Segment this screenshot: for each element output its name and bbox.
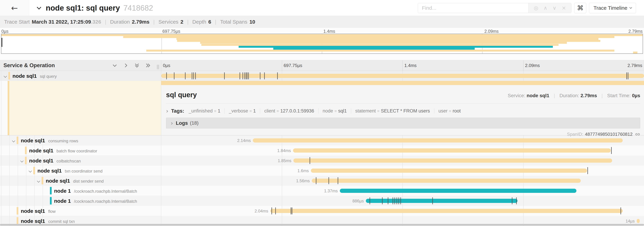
trace-timeline-page: ← node sql1: sql query 7418682 ◎ ∧ ∨ × ⌘…	[0, 0, 644, 226]
indent-guide	[1, 206, 2, 216]
chevron-right-icon: ›	[171, 120, 173, 126]
prev-result-icon[interactable]: ∧	[544, 6, 547, 11]
expand-collapse-chevron-icon[interactable]	[12, 139, 15, 142]
span-row[interactable]: node 1/cockroach.roachpb.Internal/Batch8…	[0, 196, 644, 206]
selected-span-bar[interactable]	[161, 81, 644, 85]
indent-guide	[26, 166, 26, 175]
indent-guide	[1, 196, 2, 206]
service-name: node sql1commit sql txn	[21, 218, 75, 224]
tags-section-toggle[interactable]: › Tags: _unfinished=1_verbose=1client=12…	[166, 108, 640, 114]
span-name-cell[interactable]: node sql1sql query	[0, 71, 161, 81]
log-marker-tick	[247, 72, 247, 79]
indent-guide	[26, 186, 26, 196]
tag-chip: user=root	[434, 108, 461, 114]
service-name: node sql1batch flow coordinator	[29, 148, 97, 154]
span-duration-bar[interactable]	[312, 179, 581, 183]
span-duration-bar[interactable]	[366, 199, 518, 203]
log-marker-tick	[338, 177, 338, 184]
span-name-cell[interactable]: node 1/cockroach.roachpb.Internal/Batch	[0, 186, 161, 196]
span-duration-bar[interactable]	[253, 138, 623, 142]
span-row[interactable]: node 1/cockroach.roachpb.Internal/Batch1…	[0, 186, 644, 196]
span-detail-title: sql query	[166, 91, 197, 99]
chevron-down-icon	[630, 6, 632, 9]
collapse-one-icon[interactable]	[112, 63, 118, 68]
span-bar-cell: 886µs	[161, 196, 644, 206]
span-row[interactable]: node sql1txn coordinator send1.6ms	[0, 166, 644, 176]
minimap-tick-label: 1.4ms	[324, 29, 335, 34]
span-name-cell[interactable]: node 1/cockroach.roachpb.Internal/Batch	[0, 196, 161, 206]
tag-value: root	[453, 108, 461, 114]
span-name-cell[interactable]: node sql1batch flow coordinator	[0, 145, 161, 155]
expand-collapse-chevron-icon[interactable]	[4, 75, 7, 78]
service-name: node sql1dist sender send	[46, 178, 104, 184]
span-duration-bar[interactable]	[270, 209, 623, 213]
span-row[interactable]: node sql1colbatchscan1.85ms	[0, 155, 644, 166]
span-duration-bar[interactable]	[293, 148, 611, 153]
span-duration-bar[interactable]	[340, 189, 576, 193]
collapse-all-icon[interactable]	[134, 63, 140, 68]
logs-section-toggle[interactable]: › Logs (18)	[166, 118, 640, 128]
span-duration-label: 1.84ms	[277, 149, 291, 153]
span-name-cell[interactable]: node sql1consuming rows	[0, 135, 161, 145]
service-label: Service:	[508, 93, 525, 98]
service-color-bar	[50, 197, 52, 204]
service-name: node sql1sql query	[12, 73, 57, 79]
span-row[interactable]: node sql1sql query	[0, 71, 644, 81]
find-input[interactable]	[418, 3, 528, 13]
span-row[interactable]: node sql1consuming rows2.14ms	[0, 135, 644, 145]
target-icon[interactable]: ◎	[534, 6, 538, 11]
indent-guide	[1, 155, 2, 165]
span-bar-cell: 1.6ms	[161, 166, 644, 176]
column-resize-grip[interactable]	[156, 65, 159, 69]
back-button[interactable]: ←	[0, 0, 29, 16]
trace-stats-bar: Trace StartMarch 31 2022, 17:25:09.326|D…	[0, 16, 644, 28]
indent-guide	[9, 196, 10, 206]
span-name-cell[interactable]: node sql1flow	[0, 206, 161, 216]
span-name-cell[interactable]: node sql1colbatchscan	[0, 155, 161, 166]
log-marker-tick	[400, 197, 401, 204]
clear-search-icon[interactable]: ×	[562, 6, 566, 11]
start-time-label: Start Time:	[607, 93, 631, 98]
span-row[interactable]: node sql1batch flow coordinator1.84ms	[0, 145, 644, 155]
view-selector-dropdown[interactable]: Trace Timeline	[589, 3, 636, 13]
tag-chip: client=127.0.0.1:59936	[260, 108, 314, 114]
log-marker-tick	[620, 207, 621, 214]
span-duration-bar[interactable]	[161, 74, 644, 78]
horizontal-scrollbar[interactable]	[0, 224, 644, 226]
log-marker-tick	[394, 197, 395, 204]
stat-value-fraction: .326	[91, 19, 101, 25]
next-result-icon[interactable]: ∨	[553, 6, 556, 11]
expand-collapse-chevron-icon[interactable]	[28, 169, 32, 172]
stat-value: 2	[180, 19, 183, 25]
header-actions: ◎ ∧ ∨ × ⌘ Trace Timeline	[418, 3, 636, 13]
collapse-trace-chevron-icon[interactable]	[37, 5, 41, 9]
minimap-span-bar	[177, 40, 600, 42]
span-duration-bar[interactable]	[637, 219, 640, 223]
minimap-span-bar	[273, 48, 475, 50]
stat-label: Depth	[192, 19, 206, 25]
trace-title: node sql1: sql query	[46, 4, 120, 12]
service-color-bar	[50, 187, 52, 194]
indent-guide	[9, 145, 10, 155]
span-bar-cell: 1.84ms	[161, 145, 644, 155]
minimap-drag-handle[interactable]	[2, 38, 2, 47]
page-header: ← node sql1: sql query 7418682 ◎ ∧ ∨ × ⌘…	[0, 0, 644, 16]
indent-guide	[9, 186, 10, 196]
operation-name: flow	[48, 209, 56, 214]
expand-all-icon[interactable]	[145, 63, 151, 68]
expand-collapse-chevron-icon[interactable]	[20, 159, 24, 162]
span-duration-bar[interactable]	[294, 158, 612, 163]
log-marker-tick	[432, 197, 433, 204]
keyboard-shortcuts-button[interactable]: ⌘	[574, 3, 586, 13]
expand-collapse-chevron-icon[interactable]	[37, 179, 40, 182]
duration-label: Duration:	[560, 93, 579, 98]
span-row[interactable]: node sql1dist sender send1.56ms	[0, 176, 644, 186]
span-row[interactable]: node sql1flow2.04ms	[0, 206, 644, 216]
span-name-cell[interactable]: node sql1txn coordinator send	[0, 166, 161, 176]
log-marker-tick	[166, 72, 167, 79]
service-color-bar	[17, 137, 18, 144]
span-duration-bar[interactable]	[311, 168, 587, 173]
span-name-cell[interactable]: node sql1dist sender send	[0, 176, 161, 186]
expand-one-icon[interactable]	[123, 63, 129, 68]
minimap-canvas[interactable]	[1, 34, 643, 54]
